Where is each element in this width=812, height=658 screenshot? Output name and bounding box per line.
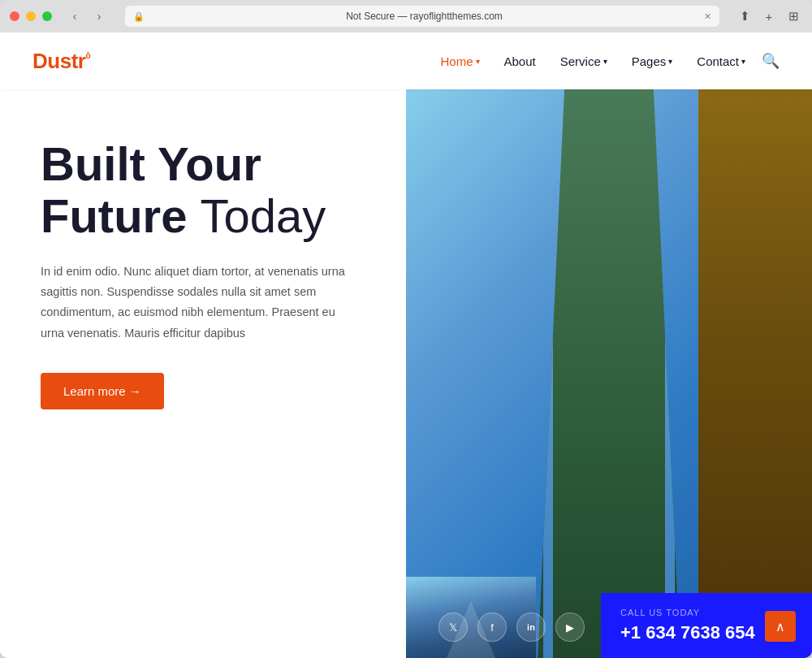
linkedin-icon[interactable]: in xyxy=(516,613,546,642)
extensions-button[interactable]: ⊞ xyxy=(784,7,802,25)
address-bar[interactable]: 🔒 Not Secure — rayoflightthemes.com ✕ xyxy=(125,6,719,27)
nav-links: Home ▾ About Service ▾ xyxy=(441,54,746,68)
nav-service-label: Service xyxy=(560,54,601,68)
url-text: Not Secure — rayoflightthemes.com xyxy=(149,11,699,22)
logo-text: Dustrō xyxy=(32,49,90,73)
nav-item-about[interactable]: About xyxy=(504,54,536,68)
hero-title-future: Future xyxy=(41,189,201,242)
learn-more-button[interactable]: Learn more → xyxy=(41,373,164,409)
browser-action-buttons: ⬆ + ⊞ xyxy=(736,7,802,25)
forward-button[interactable]: › xyxy=(89,6,109,26)
social-icons-bar: 𝕏 f in ▶ xyxy=(438,613,585,642)
youtube-label: ▶ xyxy=(566,621,574,634)
hero-section: Built Your Future Today In id enim odio.… xyxy=(0,89,812,658)
hero-title-today: Today xyxy=(201,189,326,242)
nav-about-label: About xyxy=(504,54,536,68)
nav-contact-label: Contact xyxy=(697,54,739,68)
website-content: Dustrō Home ▾ About Service xyxy=(0,32,812,658)
hero-title: Built Your Future Today xyxy=(41,138,374,242)
close-window-button[interactable] xyxy=(10,11,19,21)
nav-item-pages[interactable]: Pages ▾ xyxy=(632,54,673,68)
building-tower xyxy=(536,89,682,658)
share-button[interactable]: ⬆ xyxy=(736,7,754,25)
tab-close-icon[interactable]: ✕ xyxy=(704,11,711,22)
facebook-icon[interactable]: f xyxy=(477,613,507,642)
nav-item-home[interactable]: Home ▾ xyxy=(441,54,480,68)
tower-shape xyxy=(536,89,682,658)
nav-pages-label: Pages xyxy=(632,54,667,68)
twitter-icon[interactable]: 𝕏 xyxy=(438,613,468,642)
hero-content-left: Built Your Future Today In id enim odio.… xyxy=(0,89,406,658)
youtube-icon[interactable]: ▶ xyxy=(555,613,585,642)
hero-image-right: CALL US TODAY +1 634 7638 654 𝕏 f in xyxy=(406,89,812,658)
nav-contact-chevron: ▾ xyxy=(741,57,745,66)
new-tab-button[interactable]: + xyxy=(760,7,778,25)
search-icon[interactable]: 🔍 xyxy=(762,52,780,70)
nav-pages-chevron: ▾ xyxy=(668,57,672,66)
wood-building xyxy=(698,89,812,658)
navbar: Dustrō Home ▾ About Service xyxy=(0,32,812,89)
minimize-window-button[interactable] xyxy=(26,11,36,21)
tower-frame-right xyxy=(665,89,675,658)
nav-link-home[interactable]: Home ▾ xyxy=(441,54,480,68)
chevron-up-icon: ∧ xyxy=(775,619,785,634)
nav-link-contact[interactable]: Contact ▾ xyxy=(697,54,745,68)
facebook-label: f xyxy=(490,621,494,634)
nav-home-label: Home xyxy=(441,54,473,68)
nav-link-service[interactable]: Service ▾ xyxy=(560,54,607,68)
hero-title-line1: Built Your xyxy=(41,138,374,190)
logo-accent: str xyxy=(60,49,86,73)
maximize-window-button[interactable] xyxy=(42,11,52,21)
twitter-label: 𝕏 xyxy=(449,621,457,634)
back-button[interactable]: ‹ xyxy=(65,6,84,26)
browser-window: ‹ › 🔒 Not Secure — rayoflightthemes.com … xyxy=(0,0,812,658)
nav-link-pages[interactable]: Pages ▾ xyxy=(632,54,673,68)
scroll-to-top-button[interactable]: ∧ xyxy=(765,611,796,642)
nav-link-about[interactable]: About xyxy=(504,54,536,68)
tower-frame-left xyxy=(543,89,553,658)
nav-item-contact[interactable]: Contact ▾ xyxy=(697,54,745,68)
nav-item-service[interactable]: Service ▾ xyxy=(560,54,607,68)
browser-nav-controls: ‹ › xyxy=(65,6,109,26)
logo[interactable]: Dustrō xyxy=(32,49,90,74)
nav-home-chevron: ▾ xyxy=(476,57,480,66)
security-icon: 🔒 xyxy=(133,11,145,22)
browser-titlebar: ‹ › 🔒 Not Secure — rayoflightthemes.com … xyxy=(0,0,812,32)
building-background xyxy=(406,89,812,658)
hero-description: In id enim odio. Nunc aliquet diam torto… xyxy=(41,262,349,344)
nav-service-chevron: ▾ xyxy=(603,57,607,66)
linkedin-label: in xyxy=(527,622,535,632)
